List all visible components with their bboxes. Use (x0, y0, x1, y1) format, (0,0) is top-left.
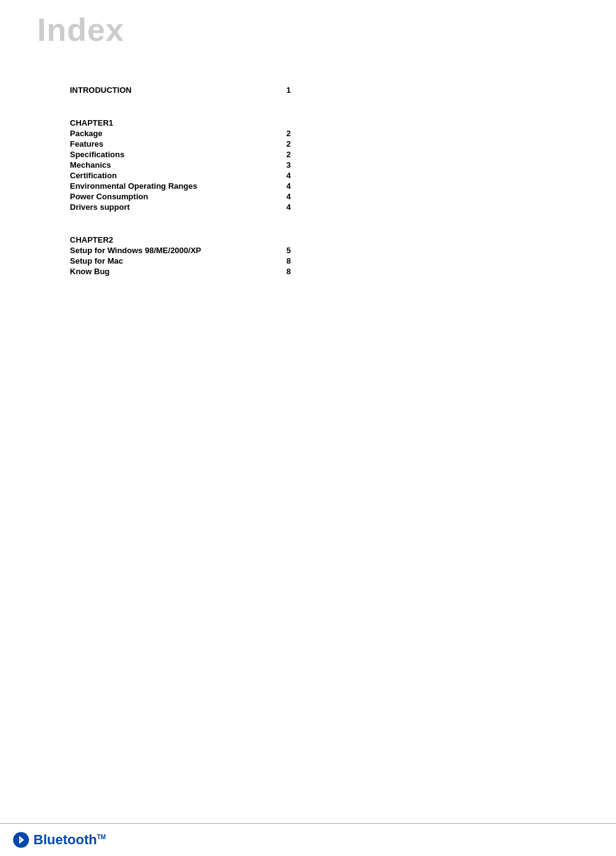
chapter1-entry-6: Power Consumption4 (70, 192, 616, 201)
chapter1-entry-label-1: Features (70, 139, 280, 149)
bluetooth-label: BluetoothTM (33, 832, 106, 848)
chapter1-entry-label-4: Certification (70, 171, 280, 180)
chapter2-entry-0: Setup for Windows 98/ME/2000/XP5 (70, 246, 616, 255)
chapter1-entry-4: Certification4 (70, 171, 616, 180)
chapter2-entry-label-2: Know Bug (70, 267, 280, 276)
chapter1-entry-label-0: Package (70, 129, 280, 138)
footer: BluetoothTM (0, 823, 616, 856)
chapter1-entry-page-4: 4 (286, 171, 291, 180)
chapter2-entry-page-1: 8 (286, 256, 291, 266)
chapter1-entries: Package2Features2Specifications2Mechanic… (70, 129, 616, 212)
chapter1-entry-page-1: 2 (286, 139, 291, 149)
chapter1-entry-page-0: 2 (286, 129, 291, 138)
chapter2-entry-2: Know Bug8 (70, 267, 616, 276)
chapter2-entry-label-1: Setup for Mac (70, 256, 280, 266)
chapter2-entry-page-2: 8 (286, 267, 291, 276)
chapter1-entry-3: Mechanics3 (70, 160, 616, 170)
chapter1-entry-7: Drivers support4 (70, 202, 616, 212)
page-title: Index (0, 0, 616, 48)
svg-point-0 (13, 832, 29, 848)
chapter1-entry-2: Specifications2 (70, 150, 616, 159)
chapter2-entry-page-0: 5 (286, 246, 291, 255)
chapter1-entry-0: Package2 (70, 129, 616, 138)
chapter1-entry-label-5: Environmental Operating Ranges (70, 181, 280, 191)
chapter2-entry-1: Setup for Mac8 (70, 256, 616, 266)
toc-content: INTRODUCTION 1 CHAPTER1 Package2Features… (0, 48, 616, 276)
bluetooth-tm: TM (97, 834, 106, 841)
chapter2-entries: Setup for Windows 98/ME/2000/XP5Setup fo… (70, 246, 616, 276)
chapter1-entry-label-3: Mechanics (70, 160, 280, 170)
bluetooth-logo-icon (12, 831, 30, 849)
intro-label: INTRODUCTION (70, 85, 280, 95)
spacer-1 (70, 96, 616, 118)
chapter1-heading: CHAPTER1 (70, 118, 616, 128)
chapter2-heading: CHAPTER2 (70, 235, 616, 244)
intro-entry: INTRODUCTION 1 (70, 85, 616, 95)
chapter1-entry-label-7: Drivers support (70, 202, 280, 212)
chapter1-entry-page-3: 3 (286, 160, 291, 170)
chapter1-entry-5: Environmental Operating Ranges4 (70, 181, 616, 191)
spacer-2 (70, 213, 616, 235)
chapter1-entry-label-2: Specifications (70, 150, 280, 159)
chapter1-entry-page-5: 4 (286, 181, 291, 191)
intro-page: 1 (286, 85, 291, 95)
chapter1-entry-label-6: Power Consumption (70, 192, 280, 201)
chapter1-entry-1: Features2 (70, 139, 616, 149)
chapter1-entry-page-2: 2 (286, 150, 291, 159)
chapter2-entry-label-0: Setup for Windows 98/ME/2000/XP (70, 246, 280, 255)
chapter1-entry-page-6: 4 (286, 192, 291, 201)
chapter1-entry-page-7: 4 (286, 202, 291, 212)
